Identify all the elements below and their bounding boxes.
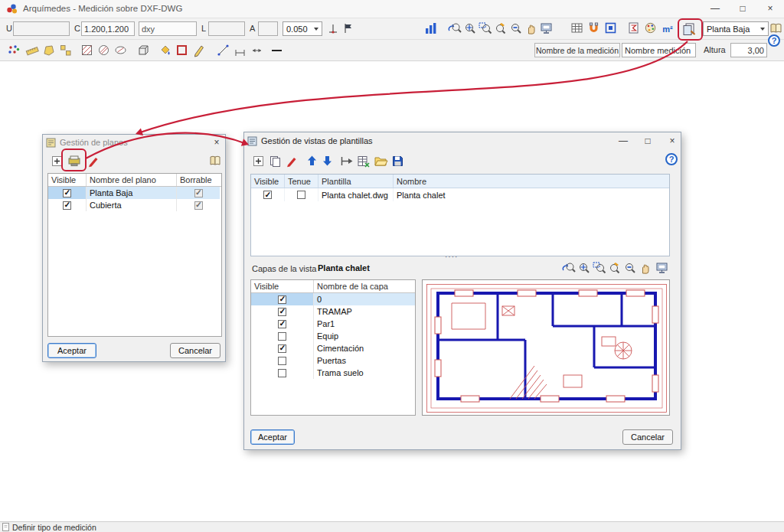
fill-icon[interactable] <box>158 42 173 59</box>
copy-icon[interactable] <box>267 152 283 169</box>
visible-checkbox[interactable] <box>278 332 286 341</box>
close-button[interactable]: × <box>756 0 784 18</box>
measurement-chart-icon[interactable] <box>423 20 439 37</box>
template-view-row[interactable]: Planta chalet.dwg Planta chalet <box>251 188 669 201</box>
layer-row[interactable]: 0 <box>251 293 415 305</box>
template-views-icon[interactable] <box>681 21 697 38</box>
zoom-previous-icon[interactable] <box>561 259 577 276</box>
maximize-icon[interactable]: □ <box>641 134 655 148</box>
minimize-icon[interactable]: — <box>616 134 630 148</box>
scale-select[interactable]: 0.050 <box>283 21 322 36</box>
zoom-extents-icon[interactable] <box>462 20 478 37</box>
export-table-icon[interactable] <box>356 152 371 169</box>
draw-pen-icon[interactable] <box>191 42 207 59</box>
sum-sheet-icon[interactable] <box>626 20 642 37</box>
zoom-redraw-icon[interactable] <box>607 259 622 276</box>
zoom-redraw-icon[interactable] <box>493 20 508 37</box>
aceptar-button[interactable]: Aceptar <box>47 343 96 358</box>
plan-row[interactable]: Planta Baja <box>48 187 221 199</box>
pan-hand-icon[interactable] <box>524 20 539 37</box>
visible-checkbox[interactable] <box>278 344 286 353</box>
cancelar-button[interactable]: Cancelar <box>622 429 673 445</box>
visible-checkbox[interactable] <box>278 295 286 304</box>
full-screen-icon[interactable] <box>539 20 554 37</box>
layer-row[interactable]: Trama suelo <box>251 367 415 379</box>
help-icon[interactable]: ? <box>665 153 678 165</box>
borrable-checkbox[interactable] <box>194 201 203 210</box>
visible-checkbox[interactable] <box>278 357 286 365</box>
edit-icon[interactable] <box>86 152 101 169</box>
visible-checkbox[interactable] <box>63 189 71 197</box>
area-measure-icon[interactable] <box>41 42 57 59</box>
add-view-icon[interactable] <box>250 152 266 169</box>
planos-dialog-titlebar[interactable]: Gestión de planos <box>43 135 225 150</box>
plan-preview-panel[interactable] <box>422 279 670 416</box>
zoom-out-icon[interactable] <box>508 20 524 37</box>
layer-row[interactable]: Equip <box>251 330 415 342</box>
dxy-field[interactable] <box>139 21 197 36</box>
length-measure-icon[interactable] <box>24 42 40 59</box>
zoom-extents-icon[interactable] <box>577 259 592 276</box>
layer-row[interactable]: Par1 <box>251 318 415 330</box>
aceptar-button[interactable]: Aceptar <box>250 429 295 445</box>
layer-row[interactable]: Puertas <box>251 354 415 367</box>
l-field[interactable] <box>208 21 245 36</box>
close-icon[interactable]: × <box>665 134 679 148</box>
altura-input[interactable] <box>730 43 767 57</box>
visible-checkbox[interactable] <box>263 191 272 199</box>
snap-magnet-icon[interactable] <box>586 20 602 37</box>
borrable-checkbox[interactable] <box>194 189 203 197</box>
cancelar-button[interactable]: Cancelar <box>170 343 220 358</box>
hatch-square-icon[interactable] <box>80 42 95 59</box>
points-icon[interactable] <box>6 42 21 59</box>
full-screen-icon[interactable] <box>655 259 670 276</box>
measurement-table-icon[interactable] <box>570 20 585 37</box>
snap-box-icon[interactable] <box>603 20 619 37</box>
flag-icon[interactable] <box>341 20 356 37</box>
coordinates-field[interactable] <box>81 21 135 36</box>
move-down-icon[interactable] <box>319 152 335 169</box>
zoom-window-icon[interactable] <box>478 20 493 37</box>
hatch-circle-icon[interactable] <box>96 42 112 59</box>
pan-hand-icon[interactable] <box>638 259 653 276</box>
help-icon[interactable]: ? <box>768 34 780 47</box>
visible-checkbox[interactable] <box>278 308 286 316</box>
dim-point-icon[interactable] <box>216 42 231 59</box>
u-field[interactable] <box>13 21 70 36</box>
visible-checkbox[interactable] <box>278 369 286 377</box>
vistas-dialog-titlebar[interactable]: Gestión de vistas de plantillas <box>244 132 681 149</box>
layer-row[interactable]: Cimentación <box>251 342 415 354</box>
view-selector[interactable]: Planta Baja <box>703 21 769 36</box>
units-measure-icon[interactable] <box>58 42 74 59</box>
save-icon[interactable] <box>390 152 405 169</box>
palette-icon[interactable] <box>643 20 658 37</box>
ortho-icon[interactable] <box>325 20 341 37</box>
splitter-handle[interactable]: ···· <box>445 253 458 261</box>
add-plan-icon[interactable] <box>49 152 64 169</box>
insert-icon[interactable] <box>339 152 354 169</box>
zoom-window-icon[interactable] <box>592 259 607 276</box>
zoom-out-icon[interactable] <box>622 259 638 276</box>
hatch-ellipse-icon[interactable] <box>113 42 129 59</box>
layer-row[interactable]: TRAMAP <box>251 305 415 318</box>
m2-icon[interactable]: m² <box>660 21 675 38</box>
import-template-views-icon[interactable] <box>67 152 82 169</box>
maximize-button[interactable]: □ <box>729 0 756 18</box>
visible-checkbox[interactable] <box>63 201 71 210</box>
move-up-icon[interactable] <box>304 152 319 169</box>
minimize-button[interactable]: — <box>701 0 729 18</box>
visible-checkbox[interactable] <box>278 320 286 328</box>
open-icon[interactable] <box>373 152 388 169</box>
zoom-previous-icon[interactable] <box>447 20 462 37</box>
dim-arrow-icon[interactable] <box>250 42 265 59</box>
a-field[interactable] <box>258 21 278 36</box>
edit-region-icon[interactable] <box>175 42 190 59</box>
line-style-icon[interactable] <box>270 42 285 59</box>
measurement-name-input[interactable] <box>622 43 696 57</box>
dim-line-icon[interactable] <box>233 42 248 59</box>
edit-icon[interactable] <box>284 152 299 169</box>
tenue-checkbox[interactable] <box>297 191 305 199</box>
volume-icon[interactable] <box>136 42 152 59</box>
close-icon[interactable]: × <box>210 135 224 149</box>
book-icon[interactable] <box>208 152 224 169</box>
